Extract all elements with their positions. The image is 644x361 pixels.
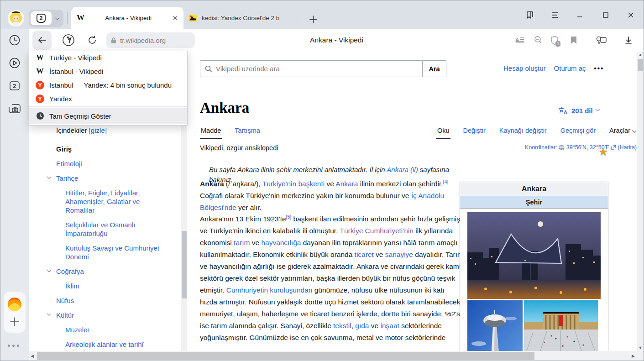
media-play-icon[interactable]: [7, 55, 22, 71]
history-item[interactable]: Tam Geçmişi Göster: [29, 108, 187, 124]
tabs-panel-icon[interactable]: 2: [7, 78, 22, 94]
login-link[interactable]: Oturum aç: [554, 64, 586, 72]
search-submit-button[interactable]: Ara: [423, 60, 446, 77]
wiki-link[interactable]: [4]: [443, 179, 449, 184]
toc-item[interactable]: Giriş: [56, 145, 165, 153]
reader-mode-icon[interactable]: A: [513, 34, 526, 46]
tab-counter-control[interactable]: 2: [29, 10, 63, 27]
yandex-search-button[interactable]: [61, 32, 76, 48]
key-icon[interactable]: [595, 34, 607, 46]
sidebar-tab-count: 2: [13, 83, 16, 89]
wiki-link[interactable]: Cumhuriyetin kuruluşundan: [226, 286, 313, 294]
new-tab-button[interactable]: [306, 12, 320, 26]
create-account-link[interactable]: Hesap oluştur: [503, 64, 546, 72]
wiki-link[interactable]: [5]: [286, 214, 292, 220]
wiki-link[interactable]: inşaat: [380, 322, 399, 330]
scroll-left-arrow[interactable]: ◀: [29, 354, 36, 358]
wiki-link[interactable]: başkenti: [298, 180, 325, 188]
chevron-down-icon[interactable]: [55, 16, 60, 20]
close-tab-icon[interactable]: ✕: [172, 15, 178, 21]
scroll-right-arrow[interactable]: ▶: [630, 354, 637, 358]
tab-ara-lar[interactable]: Araçlar: [608, 127, 637, 139]
wiki-link[interactable]: hayvancılığa: [261, 239, 301, 246]
horizontal-scrollbar-thumb[interactable]: [37, 352, 534, 360]
chevron-down-icon[interactable]: [47, 267, 52, 272]
more-options-dots[interactable]: •••: [594, 64, 604, 72]
back-button[interactable]: [32, 31, 52, 50]
wiki-link[interactable]: tarım: [234, 239, 250, 246]
history-icon[interactable]: [7, 32, 22, 48]
yandex-browser-logo[interactable]: [8, 298, 21, 311]
toc-item[interactable]: Selçuklular ve Osmanlı İmparatorluğu: [65, 220, 168, 238]
map-link[interactable]: (Harita): [618, 144, 637, 151]
divider: [302, 13, 302, 23]
tab-de-i-tir[interactable]: Değiştir: [462, 127, 487, 139]
wiki-link[interactable]: gıda: [355, 322, 369, 330]
language-selector[interactable]: A 201 dil: [558, 106, 599, 115]
add-shortcut-plus-icon[interactable]: [10, 317, 20, 327]
vertical-scrollbar-thumb[interactable]: [638, 59, 643, 71]
tab-ankara-vikipedi[interactable]: W Ankara - Vikipedi ✕: [71, 7, 183, 29]
toc-item[interactable]: İklim: [65, 282, 168, 290]
toc-item[interactable]: Nüfus: [56, 296, 165, 305]
history-item[interactable]: WTürkiye - Vikipedi: [29, 51, 187, 64]
history-item[interactable]: YYandex: [29, 92, 187, 105]
bookmarks-panel-button[interactable]: [522, 9, 538, 21]
profile-avatar[interactable]: [8, 10, 24, 26]
tab-madde[interactable]: Madde: [200, 127, 222, 139]
protect-shield-icon[interactable]: 1: [548, 34, 561, 46]
download-icon[interactable]: [622, 34, 635, 46]
text-segment: Bu sayfa Ankara ilinin şehir merkezini a…: [209, 166, 387, 173]
wiki-link[interactable]: Ankara: [335, 180, 358, 188]
toc-item[interactable]: Müzeler: [65, 325, 168, 334]
wiki-link[interactable]: Türkiye'nin: [262, 180, 296, 188]
text-segment: ve: [250, 239, 261, 246]
wiki-link[interactable]: Türkiye Cumhuriyeti'nin: [340, 227, 414, 235]
chevron-down-icon[interactable]: [47, 174, 52, 179]
bookmark-icon[interactable]: [567, 34, 580, 46]
maximize-button[interactable]: [598, 9, 613, 21]
wiki-link[interactable]: sanayiye: [385, 251, 413, 258]
vertical-scrollbar[interactable]: ▲ ▼: [637, 52, 644, 351]
refresh-button[interactable]: [84, 32, 100, 48]
atakule-tower-photo[interactable]: [467, 300, 523, 359]
search-input[interactable]: [216, 65, 418, 73]
search-box[interactable]: [200, 60, 423, 77]
text-segment: Coğrafi olarak Türkiye'nin merkezine yak…: [200, 192, 411, 199]
minimize-button[interactable]: [572, 9, 587, 21]
toc-item[interactable]: Kurtuluş Savaşı ve Cumhuriyet Dönemi: [65, 244, 168, 261]
history-item[interactable]: YIstanbul — Yandex: 4 bin sonuç bulundu: [29, 78, 187, 92]
toc-hide-toggle[interactable]: [gizle]: [89, 126, 107, 134]
history-item[interactable]: Wİstanbul - Vikipedi: [29, 64, 187, 78]
ankara-cso-night-photo[interactable]: [467, 212, 601, 299]
toc-item[interactable]: Kültür: [56, 311, 165, 319]
toc-scrollbar-thumb[interactable]: [182, 231, 187, 298]
toc-item[interactable]: Tarihçe: [56, 174, 165, 183]
tab-label: Madde: [201, 127, 221, 134]
close-window-button[interactable]: [623, 9, 639, 21]
anitkabir-photo[interactable]: [524, 300, 598, 359]
toc-scrollbar[interactable]: [181, 125, 187, 361]
wiki-link[interactable]: Ankara (il): [387, 166, 418, 173]
toc-item[interactable]: Coğrafya: [56, 267, 165, 276]
toc-item[interactable]: Hititler, Frigler, Lidyalılar, Ahamenişl…: [65, 188, 168, 215]
tab-oku[interactable]: Oku: [436, 127, 450, 139]
scroll-up-arrow[interactable]: ▲: [637, 52, 644, 58]
toc-item[interactable]: Etimoloji: [56, 159, 165, 168]
screenshot-icon[interactable]: [7, 101, 22, 116]
tab-kayna-de-i-tir[interactable]: Kaynağı değiştir: [498, 127, 548, 139]
menu-button[interactable]: [547, 9, 563, 21]
wiki-link[interactable]: ticaret: [355, 251, 374, 258]
tab-ge-mi-i-g-r[interactable]: Geçmişi gör: [560, 127, 597, 139]
chevron-down-icon[interactable]: [47, 311, 52, 316]
wiki-link[interactable]: tekstil: [333, 322, 351, 330]
horizontal-scrollbar[interactable]: ◀ ▶: [29, 351, 637, 361]
zoom-out-icon[interactable]: [532, 34, 545, 46]
tab-counter-button[interactable]: 2: [31, 11, 52, 25]
tab-tart-ma[interactable]: Tartışma: [234, 127, 261, 139]
history-item-label: Tam Geçmişi Göster: [49, 112, 111, 120]
address-bar[interactable]: tr.wikipedia.org: [106, 32, 195, 48]
wikipedia-favicon: W: [36, 53, 44, 62]
sidebar-more-dots[interactable]: [8, 345, 19, 347]
scroll-down-arrow[interactable]: ▼: [637, 345, 644, 351]
